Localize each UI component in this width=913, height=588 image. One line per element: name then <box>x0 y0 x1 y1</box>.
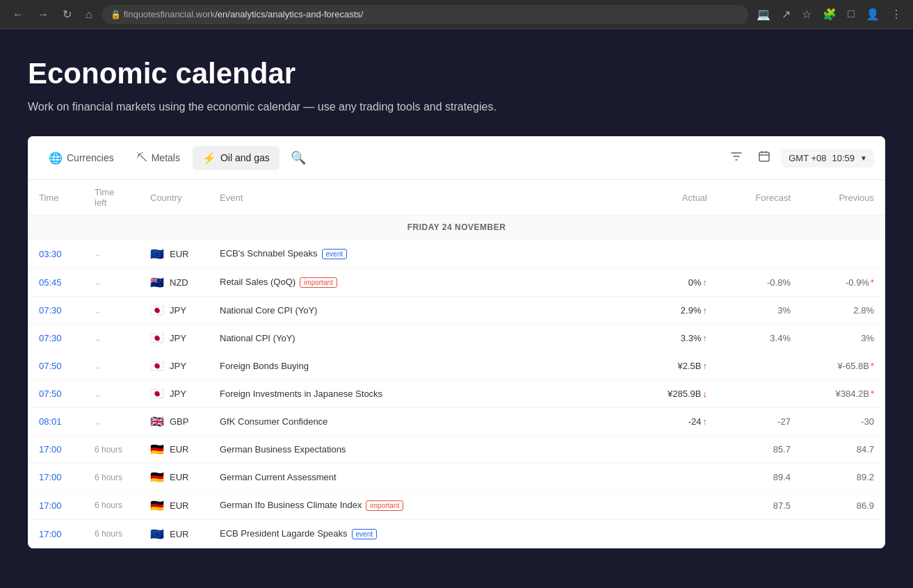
cell-forecast: 89.4 <box>718 464 802 491</box>
cell-forecast: 3% <box>718 297 802 325</box>
share-icon[interactable]: ↗ <box>779 5 793 24</box>
currency-code: JPY <box>170 361 186 371</box>
translate-icon[interactable]: 💻 <box>754 5 773 24</box>
previous-value: 84.7 <box>857 444 874 455</box>
cell-country: 🇬🇧GBP <box>139 408 209 436</box>
event-name: Foreign Investments in Japanese Stocks <box>220 389 382 399</box>
browser-chrome: ← → ↻ ⌂ 🔒 finquotesfinancial.work/en/ana… <box>0 0 913 29</box>
star-icon: * <box>871 361 874 371</box>
economic-calendar-widget: 🌐 Currencies ⛏ Metals ⚡ Oil and gas 🔍 <box>28 136 885 548</box>
flag-icon: 🇳🇿 <box>150 277 165 288</box>
time-label: 10:59 <box>832 153 855 163</box>
cell-forecast: -27 <box>718 408 802 436</box>
forecast-value: -27 <box>777 416 791 427</box>
refresh-button[interactable]: ↻ <box>58 5 76 24</box>
event-name: National Core CPI (YoY) <box>220 305 317 316</box>
event-name: German Ifo Business Climate Index <box>220 500 362 510</box>
star-icon: * <box>871 389 874 399</box>
previous-value: 3% <box>861 333 874 343</box>
cell-time: 07:30 <box>28 297 83 325</box>
cell-time: 08:01 <box>28 408 83 436</box>
currency-code: EUR <box>170 444 188 455</box>
cell-time: 07:30 <box>28 325 83 352</box>
cell-timeleft: ⌄ <box>83 408 139 436</box>
currency-code: EUR <box>170 529 188 539</box>
filter-button[interactable] <box>726 146 747 170</box>
badge-event: event <box>322 249 347 259</box>
up-arrow-icon: ↑ <box>703 333 708 343</box>
previous-value: -0.9% <box>846 277 869 288</box>
cell-country: 🇳🇿NZD <box>139 268 209 297</box>
cell-timeleft: 6 hours <box>83 491 139 520</box>
cell-previous <box>802 240 885 268</box>
profile-icon[interactable]: 👤 <box>863 5 882 24</box>
search-button[interactable]: 🔍 <box>285 145 312 171</box>
menu-icon[interactable]: ⋮ <box>888 5 905 24</box>
bookmark-icon[interactable]: ☆ <box>799 5 814 24</box>
calendar-button[interactable] <box>754 146 775 170</box>
cell-forecast: 3.4% <box>718 325 802 352</box>
tabs-bar: 🌐 Currencies ⛏ Metals ⚡ Oil and gas 🔍 <box>28 136 885 180</box>
forward-button[interactable]: → <box>33 6 53 24</box>
cell-timeleft: ⌄ <box>83 352 139 380</box>
back-button[interactable]: ← <box>8 6 28 24</box>
cell-timeleft: ⌄ <box>83 297 139 325</box>
cell-time: 17:00 <box>28 520 83 548</box>
cell-previous: 89.2 <box>802 464 885 491</box>
cell-forecast <box>718 240 802 268</box>
event-name: National CPI (YoY) <box>220 333 296 343</box>
previous-value: 86.9 <box>857 500 874 511</box>
currency-code: EUR <box>170 472 188 482</box>
cell-time: 17:00 <box>28 436 83 464</box>
cell-actual: ¥285.9B↓ <box>628 380 718 408</box>
cell-event: Retail Sales (QoQ)important <box>209 268 628 297</box>
actual-value: ¥285.9B <box>668 389 701 399</box>
cell-actual <box>628 520 718 548</box>
event-name: Retail Sales (QoQ) <box>220 277 296 287</box>
tab-metals[interactable]: ⛏ Metals <box>127 146 190 170</box>
flag-icon: 🇩🇪 <box>150 472 165 482</box>
extension-icon[interactable]: 🧩 <box>820 5 839 24</box>
cell-actual <box>628 491 718 520</box>
up-arrow-icon: ↑ <box>703 277 708 288</box>
cell-forecast: 87.5 <box>718 491 802 520</box>
address-bar[interactable]: finquotesfinancial.work/en/analytics/ana… <box>124 9 364 19</box>
flag-icon: 🇯🇵 <box>150 333 165 343</box>
cell-country: 🇩🇪EUR <box>139 436 209 464</box>
page-title: Economic calendar <box>28 57 885 90</box>
calendar-icon <box>758 150 770 163</box>
cell-previous: ¥-65.8B* <box>802 352 885 380</box>
down-arrow-icon: ↓ <box>703 389 708 399</box>
cell-event: National Core CPI (YoY) <box>209 297 628 325</box>
col-header-forecast: Forecast <box>718 180 802 215</box>
currency-code: JPY <box>170 333 186 343</box>
cell-previous: ¥384.2B* <box>802 380 885 408</box>
forecast-value: -0.8% <box>767 277 791 288</box>
timezone-label: GMT +08 <box>789 153 826 163</box>
tab-currencies[interactable]: 🌐 Currencies <box>39 146 124 170</box>
cell-actual <box>628 240 718 268</box>
table-row: 08:01⌄🇬🇧GBPGfK Consumer Confidence-24↑-2… <box>28 408 885 436</box>
col-header-actual: Actual <box>628 180 718 215</box>
currency-code: NZD <box>170 277 188 288</box>
currency-code: EUR <box>170 500 188 511</box>
previous-value: ¥-65.8B <box>837 361 869 371</box>
cell-forecast: -0.8% <box>718 268 802 297</box>
cell-previous: 86.9 <box>802 491 885 520</box>
toolbar-right: GMT +08 10:59 ▼ <box>726 146 874 170</box>
forecast-value: 3% <box>777 305 791 316</box>
tab-oilgas[interactable]: ⚡ Oil and gas <box>193 146 280 170</box>
chevron-down-icon: ▼ <box>860 154 867 162</box>
cell-actual: ¥2.5B↑ <box>628 352 718 380</box>
col-header-country: Country <box>139 180 209 215</box>
table-row: 17:006 hours🇪🇺EURECB President Lagarde S… <box>28 520 885 548</box>
window-icon[interactable]: □ <box>845 5 857 24</box>
badge-important: important <box>366 500 403 511</box>
table-row: 07:30⌄🇯🇵JPYNational CPI (YoY)3.3%↑3.4%3% <box>28 325 885 352</box>
timezone-selector[interactable]: GMT +08 10:59 ▼ <box>782 149 874 168</box>
cell-event: Foreign Bonds Buying <box>209 352 628 380</box>
home-button[interactable]: ⌂ <box>81 6 97 24</box>
cell-timeleft: ⌄ <box>83 325 139 352</box>
cell-actual: -24↑ <box>628 408 718 436</box>
page-subtitle: Work on financial markets using the econ… <box>28 99 885 115</box>
